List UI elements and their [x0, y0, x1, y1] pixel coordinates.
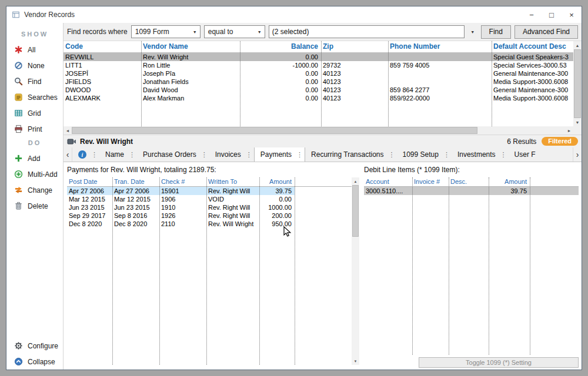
- scroll-up-button[interactable]: ▲: [352, 177, 359, 185]
- tab-label: Payments: [260, 150, 292, 159]
- column-header-invoice[interactable]: Invoice #: [412, 177, 449, 186]
- sidebar-item-all[interactable]: All: [6, 42, 63, 58]
- payment-row[interactable]: Jun 23 2015 Jun 23 2015 1910 Rev. Right …: [67, 203, 352, 212]
- sidebar-item-label: Searches: [28, 93, 58, 102]
- payment-row[interactable]: Dec 8 2020 Dec 8 2020 2110 Rev. Will Wri…: [67, 220, 352, 228]
- tab-label: Recurring Transactions: [311, 150, 383, 159]
- tab-investments[interactable]: Investments ⋮: [452, 147, 509, 162]
- sidebar-item-collapse[interactable]: Collapse: [6, 354, 63, 370]
- column-header-written-to[interactable]: Written To: [206, 177, 259, 186]
- tab-payments[interactable]: Payments ⋮: [254, 147, 305, 162]
- vendor-table: Code Vendor Name Balance Zip Phone Numbe…: [64, 41, 573, 126]
- advanced-find-button[interactable]: Advanced Find: [514, 25, 578, 39]
- tab-menu-dots-icon[interactable]: ⋮: [389, 151, 395, 159]
- operator-dropdown[interactable]: equal to ▼: [204, 25, 265, 38]
- column-header-default-account[interactable]: Default Account Desc: [492, 41, 573, 52]
- column-header-zip[interactable]: Zip: [321, 41, 388, 52]
- vendor-row[interactable]: JOSEPÎ Joseph Pîa 0.00 40123 General Mai…: [64, 69, 573, 78]
- cell-written-to: Rev. Right Will: [206, 203, 259, 212]
- payment-row[interactable]: Mar 12 2015 Mar 12 2015 1906 VOID 0.00: [67, 195, 352, 203]
- column-header-code[interactable]: Code: [64, 41, 141, 52]
- debit-row[interactable]: 3000.5110.... 39.75: [364, 187, 579, 195]
- scroll-thumb[interactable]: [352, 185, 359, 237]
- scroll-down-button[interactable]: ▼: [573, 118, 582, 126]
- column-separator: [388, 41, 389, 126]
- tab-menu-dots-icon[interactable]: ⋮: [246, 151, 252, 159]
- column-header-check[interactable]: Check #: [159, 177, 206, 186]
- toggle-1099-button[interactable]: Toggle 1099 (*) Setting: [419, 357, 579, 368]
- payment-row[interactable]: Sep 29 2017 Sep 8 2016 1926 Rev. Right W…: [67, 212, 352, 220]
- value-dropdown-button[interactable]: ▼: [468, 30, 477, 34]
- cell-code: ALEXMARK: [64, 94, 141, 102]
- column-header-amount[interactable]: Amount: [489, 177, 530, 186]
- sidebar-item-grid[interactable]: Grid: [6, 105, 63, 121]
- field-dropdown[interactable]: 1099 Form ▼: [131, 25, 201, 38]
- cell-tran-date: Mar 12 2015: [112, 195, 159, 203]
- scroll-up-button[interactable]: ▲: [573, 41, 582, 49]
- tab-menu-dots-icon[interactable]: ⋮: [201, 151, 208, 159]
- tab-user-fields[interactable]: User F: [509, 147, 537, 162]
- tabs-scroll-left-button[interactable]: ‹: [64, 147, 72, 162]
- scroll-thumb[interactable]: [574, 49, 581, 118]
- sidebar-item-delete[interactable]: Delete: [6, 198, 63, 214]
- tab-menu-dots-icon[interactable]: ⋮: [443, 151, 450, 159]
- sidebar-item-find[interactable]: Find: [6, 73, 63, 89]
- tabs-scroll-right-button[interactable]: ›: [573, 147, 582, 162]
- maximize-button[interactable]: □: [542, 6, 562, 23]
- column-header-tran-date[interactable]: Tran. Date: [112, 177, 159, 186]
- column-header-balance[interactable]: Balance: [240, 41, 321, 52]
- cell-zip: 40123: [321, 69, 388, 78]
- sidebar-item-print[interactable]: Print: [6, 121, 63, 137]
- collapse-icon: [14, 357, 23, 366]
- filtered-badge[interactable]: Filtered: [542, 137, 578, 146]
- sidebar-item-change[interactable]: Change: [6, 182, 63, 198]
- tab-invoices[interactable]: Invoices ⋮: [209, 147, 254, 162]
- cell-name: Ron Little: [141, 61, 240, 69]
- sidebar-item-multi-add[interactable]: Multi-Add: [6, 166, 63, 182]
- sidebar-item-none[interactable]: None: [6, 58, 63, 73]
- column-header-desc[interactable]: Desc.: [449, 177, 489, 186]
- sidebar-item-searches[interactable]: Searches: [6, 89, 63, 105]
- scroll-thumb[interactable]: [72, 127, 477, 134]
- vendor-row[interactable]: LITT1 Ron Little -1000.00 29732 859 759 …: [64, 61, 573, 69]
- vendor-row[interactable]: DWOOD David Wood 0.00 40123 859 864 2277…: [64, 86, 573, 94]
- info-icon: i: [78, 150, 86, 159]
- cell-account: Special Services-3000.53: [492, 61, 573, 69]
- cell-check: 1906: [159, 195, 206, 203]
- vendor-horizontal-scrollbar: ◄ ►: [64, 126, 573, 135]
- vendor-row[interactable]: JFIELDS Jonathan Fields 0.00 40123 Media…: [64, 78, 573, 86]
- tab-recurring-transactions[interactable]: Recurring Transactions ⋮: [305, 147, 396, 162]
- sidebar-item-configure[interactable]: Configure: [6, 338, 63, 354]
- sidebar-item-label: Multi-Add: [28, 170, 58, 179]
- column-header-vendor-name[interactable]: Vendor Name: [141, 41, 240, 52]
- searches-icon: [14, 93, 23, 102]
- column-header-amount[interactable]: Amount: [259, 177, 295, 186]
- tab-name[interactable]: Name ⋮: [99, 147, 137, 162]
- find-value-input[interactable]: [269, 25, 465, 38]
- scroll-left-button[interactable]: ◄: [64, 126, 72, 135]
- column-header-phone[interactable]: Phone Number: [388, 41, 492, 52]
- payment-row[interactable]: Apr 27 2006 Apr 27 2006 15901 Rev. Right…: [67, 187, 352, 195]
- tab-menu-dots-icon[interactable]: ⋮: [296, 151, 303, 159]
- minimize-button[interactable]: −: [522, 6, 542, 23]
- tab-menu-dots-icon[interactable]: ⋮: [129, 151, 135, 159]
- scroll-right-button[interactable]: ►: [565, 126, 573, 135]
- tab-purchase-orders[interactable]: Purchase Orders ⋮: [137, 147, 209, 162]
- column-header-account[interactable]: Account: [364, 177, 412, 186]
- column-header-post-date[interactable]: Post Date: [67, 177, 112, 186]
- cell-account: General Maintenance-300: [492, 69, 573, 78]
- tab-1099-setup[interactable]: 1099 Setup ⋮: [397, 147, 452, 162]
- find-button[interactable]: Find: [481, 25, 511, 39]
- cell-zip: 40123: [321, 78, 388, 86]
- sidebar-item-add[interactable]: Add: [6, 150, 63, 166]
- close-button[interactable]: ×: [562, 6, 582, 23]
- cell-amount: 39.75: [259, 187, 295, 195]
- scroll-down-button[interactable]: ▼: [352, 357, 359, 365]
- tab-menu-dots-icon[interactable]: ⋮: [91, 151, 98, 159]
- tab-menu-dots-icon[interactable]: ⋮: [500, 151, 507, 159]
- tab-info[interactable]: i ⋮: [72, 147, 99, 162]
- vendor-row[interactable]: ALEXMARK Alex Markman 0.00 40123 859/922…: [64, 94, 573, 102]
- debit-items-label: Debit Line Items (* 1099 Item):: [364, 165, 579, 174]
- cell-phone: 859/922-0000: [388, 94, 492, 102]
- vendor-row[interactable]: REVWILL Rev. Will Wright 0.00 Special Gu…: [64, 53, 573, 61]
